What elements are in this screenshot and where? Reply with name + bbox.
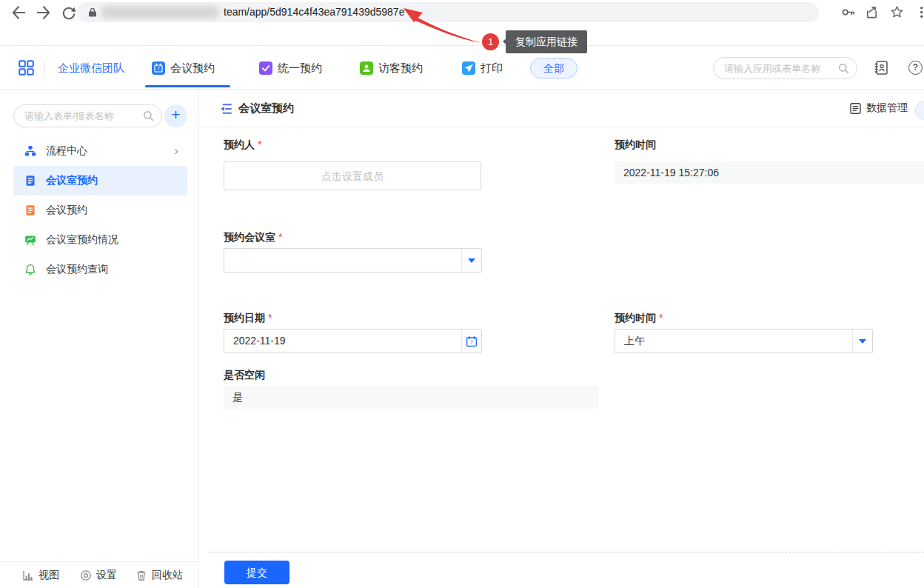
sidebar-footer: 视图 设置 回收站 — [0, 561, 198, 588]
team-name-link[interactable]: 企业微信团队 — [58, 60, 124, 76]
tab-label: 打印 — [481, 61, 503, 76]
filter-all-pill[interactable]: 全部 — [530, 58, 578, 78]
data-manage-label: 数据管理 — [866, 101, 908, 115]
created-time-readonly-field: 2022-11-19 15:27:06 — [615, 161, 924, 184]
bell-icon — [24, 264, 36, 275]
footer-divider — [208, 552, 924, 552]
form-search-box[interactable] — [13, 104, 162, 127]
password-key-icon[interactable] — [841, 5, 855, 19]
tab-meeting-reserve[interactable]: 7 会议预约 — [152, 59, 215, 77]
browser-menu-kebab-icon[interactable] — [918, 5, 924, 19]
sidebar: + 流程中心 › 会议室预约 会议预约 — [0, 90, 198, 588]
browser-back-icon[interactable] — [10, 4, 27, 21]
recycle-bin-label: 回收站 — [152, 569, 183, 582]
trash-icon — [135, 569, 147, 581]
screen: team/app/5d914c4f43ea791439d5987e 1 复制应用… — [0, 0, 924, 588]
sidebar-item-label: 会议室预约情况 — [46, 233, 118, 247]
url-text: team/app/5d914c4f43ea791439d5987e — [224, 2, 404, 22]
tab-print[interactable]: 打印 — [462, 59, 503, 77]
sidebar-item-flow-center[interactable]: 流程中心 › — [13, 136, 187, 166]
help-icon[interactable]: ? — [908, 61, 923, 75]
url-redacted-segment — [101, 6, 219, 19]
lock-icon — [88, 7, 97, 18]
calendar-icon: 7 — [466, 335, 478, 347]
bookmark-star-icon[interactable] — [890, 5, 904, 19]
sidebar-item-label: 流程中心 — [46, 144, 87, 158]
field-label-reserve-period: 预约时间* — [615, 310, 663, 325]
reserve-period-select[interactable]: 上午 — [615, 329, 873, 353]
dropdown-arrow-zone[interactable] — [852, 330, 872, 353]
field-label-meeting-room: 预约会议室* — [224, 230, 282, 244]
add-form-button[interactable]: + — [164, 104, 187, 127]
data-manage-button[interactable]: 数据管理 — [849, 101, 908, 115]
meeting-room-select-value — [224, 249, 461, 272]
document-icon — [24, 204, 36, 216]
tab-unified-reserve[interactable]: 统一预约 — [259, 59, 322, 77]
submit-button[interactable]: 提交 — [224, 561, 289, 584]
chevron-down-icon — [468, 258, 475, 267]
flow-center-icon — [24, 145, 36, 157]
field-label-is-free: 是否空闲 — [224, 367, 265, 382]
chevron-right-icon[interactable]: › — [174, 145, 178, 157]
annotation-tooltip: 复制应用链接 — [506, 30, 587, 53]
search-icon — [143, 110, 154, 121]
document-icon — [24, 175, 36, 187]
main-panel: 会议室预约 数据管理 预约人* 预约时间 2022-11-19 15:27:06… — [198, 90, 924, 588]
meeting-reserve-tab-icon: 7 — [152, 61, 165, 75]
chevron-down-icon — [859, 339, 866, 347]
svg-text:7: 7 — [157, 66, 160, 71]
form-title: 会议室预约 — [238, 101, 294, 116]
sidebar-item-label: 会议预约 — [46, 204, 87, 217]
sidebar-item-meeting-room-reserve[interactable]: 会议室预约 — [13, 166, 187, 196]
share-icon[interactable] — [865, 5, 879, 19]
reserve-date-picker[interactable]: 2022-11-19 7 — [224, 329, 482, 353]
app-launcher-grid-icon[interactable] — [19, 60, 34, 76]
recycle-bin-button[interactable]: 回收站 — [135, 569, 183, 582]
svg-text:7: 7 — [470, 340, 473, 345]
is-free-readonly-field: 是 — [224, 386, 598, 409]
data-manage-icon — [849, 102, 862, 115]
edge-partial-button[interactable] — [915, 101, 924, 120]
settings-label: 设置 — [96, 569, 117, 582]
annotation-step-badge: 1 — [482, 33, 499, 50]
reserver-input[interactable] — [224, 162, 481, 190]
field-label-created-time: 预约时间 — [615, 137, 656, 152]
app-nav-bar: 企业微信团队 7 会议预约 统一预约 访客预约 打印 全部 — [0, 46, 924, 90]
app-search-input[interactable] — [724, 59, 834, 78]
annotation-arrow — [400, 6, 485, 44]
nav-divider — [44, 62, 45, 74]
browser-reload-icon[interactable] — [61, 4, 77, 21]
presentation-board-icon — [24, 234, 36, 246]
search-icon — [838, 63, 849, 74]
collapse-sidebar-icon[interactable] — [219, 102, 232, 116]
reserver-member-picker[interactable] — [224, 161, 481, 190]
tab-label: 访客预约 — [378, 61, 423, 76]
contact-book-icon[interactable] — [874, 60, 889, 76]
dropdown-arrow-zone[interactable] — [461, 249, 481, 272]
field-label-reserver: 预约人* — [224, 137, 261, 152]
form-search-input[interactable] — [24, 106, 137, 126]
calendar-zone[interactable]: 7 — [461, 330, 481, 353]
form-header: 会议室预约 数据管理 — [198, 90, 924, 127]
browser-forward-icon[interactable] — [36, 4, 52, 21]
tab-label: 统一预约 — [278, 61, 322, 76]
sidebar-item-meeting-reserve[interactable]: 会议预约 — [13, 196, 187, 225]
print-tab-icon — [462, 61, 475, 75]
views-button[interactable]: 视图 — [22, 569, 59, 582]
visitor-reserve-tab-icon — [360, 61, 373, 75]
reserve-period-value: 上午 — [615, 330, 852, 353]
tab-visitor-reserve[interactable]: 访客预约 — [360, 59, 423, 77]
reserve-date-value: 2022-11-19 — [224, 330, 461, 353]
bar-chart-icon — [22, 569, 34, 581]
meeting-room-select[interactable] — [224, 248, 482, 273]
unified-reserve-tab-icon — [259, 61, 272, 75]
sidebar-item-reserve-query[interactable]: 会议预约查询 — [13, 255, 187, 284]
sidebar-item-room-status[interactable]: 会议室预约情况 — [13, 225, 187, 255]
sidebar-item-label: 会议预约查询 — [46, 263, 108, 276]
app-search-box[interactable] — [713, 57, 857, 79]
settings-button[interactable]: 设置 — [80, 569, 117, 582]
field-label-reserve-date: 预约日期* — [224, 310, 272, 325]
tab-label: 会议预约 — [170, 61, 215, 76]
sidebar-item-label: 会议室预约 — [46, 174, 98, 187]
views-label: 视图 — [38, 569, 59, 582]
